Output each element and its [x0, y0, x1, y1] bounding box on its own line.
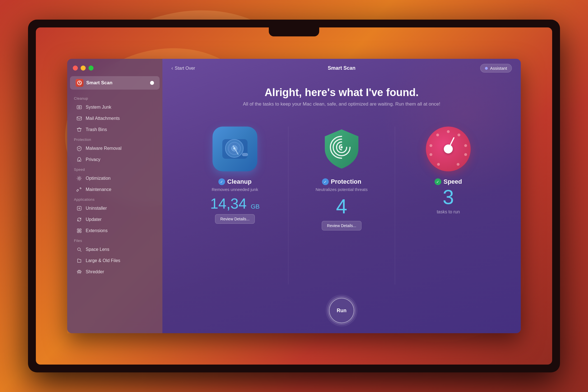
shredder-label: Shredder — [86, 269, 104, 274]
sidebar-item-mail-attachments[interactable]: Mail Attachments — [69, 113, 160, 124]
sidebar-section-cleanup: Cleanup — [67, 94, 162, 102]
assistant-dot-icon — [485, 67, 488, 70]
cleanup-check-icon: ✓ — [218, 178, 225, 185]
updater-label: Updater — [86, 217, 102, 222]
sidebar-section-files: Files — [67, 236, 162, 244]
sidebar-item-trash-bins[interactable]: Trash Bins — [69, 124, 160, 135]
cleanup-card-subtitle: Removes unneeded junk — [212, 187, 258, 192]
speed-tasks-label: tasks to run — [437, 209, 460, 214]
protection-review-button[interactable]: Review Details... — [322, 221, 361, 230]
close-button[interactable] — [73, 66, 78, 71]
smart-scan-active-dot — [150, 81, 154, 85]
sidebar-item-updater[interactable]: Updater — [69, 214, 160, 225]
sidebar-item-space-lens[interactable]: Space Lens — [69, 244, 160, 255]
sidebar-section-speed: Speed — [67, 165, 162, 173]
uninstaller-icon — [76, 205, 82, 211]
app-window: Smart Scan Cleanup System Junk — [67, 59, 521, 333]
protection-icon — [319, 127, 364, 171]
card-speed: ✓ Speed 3 tasks to run — [395, 121, 501, 290]
large-old-files-icon — [76, 258, 82, 264]
system-junk-icon — [76, 104, 82, 110]
trash-bins-label: Trash Bins — [86, 127, 107, 132]
assistant-button[interactable]: Assistant — [480, 64, 512, 73]
maintenance-icon — [76, 186, 82, 193]
monitor-screen: Smart Scan Cleanup System Junk — [36, 27, 552, 365]
maintenance-label: Maintenance — [86, 187, 111, 192]
minimize-button[interactable] — [81, 66, 86, 71]
hero-title: Alright, here's what I've found. — [168, 87, 515, 99]
svg-point-20 — [464, 144, 467, 147]
run-button[interactable]: Run — [329, 298, 354, 323]
card-cleanup: ✓ Cleanup Removes unneeded junk 14,34 GB… — [182, 121, 288, 290]
cleanup-icon — [213, 127, 257, 171]
svg-rect-4 — [77, 117, 81, 120]
extensions-label: Extensions — [86, 228, 108, 233]
hero-section: Alright, here's what I've found. All of … — [162, 78, 521, 113]
sidebar-item-shredder[interactable]: Shredder — [69, 266, 160, 277]
sidebar-item-uninstaller[interactable]: Uninstaller — [69, 203, 160, 214]
mail-attachments-icon — [76, 115, 82, 122]
svg-point-22 — [457, 163, 459, 166]
optimization-icon — [76, 175, 82, 181]
hero-subtitle: All of the tasks to keep your Mac clean,… — [168, 101, 515, 107]
sidebar-section-applications: Applications — [67, 195, 162, 203]
monitor: Smart Scan Cleanup System Junk — [28, 20, 560, 372]
cleanup-title-row: ✓ Cleanup — [218, 178, 252, 185]
main-content: ‹ Start Over Smart Scan Assistant Alrigh… — [162, 59, 521, 333]
system-junk-label: System Junk — [86, 105, 111, 110]
sidebar-item-large-old-files[interactable]: Large & Old Files — [69, 255, 160, 266]
speed-icon — [426, 127, 471, 171]
header: ‹ Start Over Smart Scan Assistant — [162, 59, 521, 78]
maximize-button[interactable] — [88, 66, 94, 71]
back-chevron-icon: ‹ — [171, 65, 173, 71]
protection-card-value: 4 — [336, 196, 347, 216]
optimization-label: Optimization — [86, 176, 111, 181]
cleanup-unit: GB — [251, 203, 260, 210]
sidebar-item-privacy[interactable]: Privacy — [69, 154, 160, 165]
speed-card-title: Speed — [444, 178, 462, 185]
svg-point-21 — [464, 153, 467, 156]
speed-title-row: ✓ Speed — [435, 178, 462, 185]
svg-point-23 — [437, 163, 440, 166]
space-lens-label: Space Lens — [86, 247, 109, 252]
protection-check-icon: ✓ — [322, 178, 329, 185]
svg-point-18 — [447, 130, 450, 133]
updater-icon — [76, 216, 82, 223]
svg-point-3 — [79, 107, 80, 108]
sidebar-item-smart-scan[interactable]: Smart Scan — [70, 76, 160, 90]
notch — [269, 27, 319, 36]
sidebar-item-extensions[interactable]: Extensions — [69, 225, 160, 236]
svg-point-26 — [436, 134, 439, 136]
svg-point-17 — [340, 146, 343, 148]
protection-card-title: Protection — [331, 178, 361, 185]
card-protection: ✓ Protection Neutralizes potential threa… — [288, 121, 395, 290]
uninstaller-label: Uninstaller — [86, 206, 107, 211]
trash-bins-icon — [76, 127, 82, 133]
cleanup-card-value: 14,34 GB — [210, 196, 260, 211]
svg-point-8 — [78, 248, 80, 251]
cleanup-review-button[interactable]: Review Details... — [215, 214, 255, 224]
back-label: Start Over — [175, 66, 195, 71]
svg-point-24 — [430, 153, 432, 156]
svg-rect-16 — [242, 153, 248, 156]
svg-point-6 — [78, 178, 80, 179]
sidebar-item-maintenance[interactable]: Maintenance — [69, 184, 160, 195]
header-title: Smart Scan — [328, 65, 355, 71]
sidebar-item-system-junk[interactable]: System Junk — [69, 102, 160, 113]
speed-check-icon: ✓ — [435, 178, 441, 185]
protection-title-row: ✓ Protection — [322, 178, 361, 185]
sidebar-item-malware-removal[interactable]: Malware Removal — [69, 143, 160, 154]
sidebar: Smart Scan Cleanup System Junk — [67, 59, 162, 333]
speed-card-value: 3 — [443, 187, 454, 207]
traffic-lights — [67, 66, 162, 76]
shredder-icon — [76, 269, 82, 275]
sidebar-item-optimization[interactable]: Optimization — [69, 173, 160, 184]
protection-card-subtitle: Neutralizes potential threats — [316, 187, 368, 192]
sidebar-section-protection: Protection — [67, 135, 162, 143]
privacy-label: Privacy — [86, 157, 100, 162]
space-lens-icon — [76, 246, 82, 253]
large-old-files-label: Large & Old Files — [86, 258, 120, 263]
malware-removal-label: Malware Removal — [86, 146, 122, 151]
run-button-container: Run — [162, 290, 521, 333]
back-button[interactable]: ‹ Start Over — [171, 65, 195, 71]
